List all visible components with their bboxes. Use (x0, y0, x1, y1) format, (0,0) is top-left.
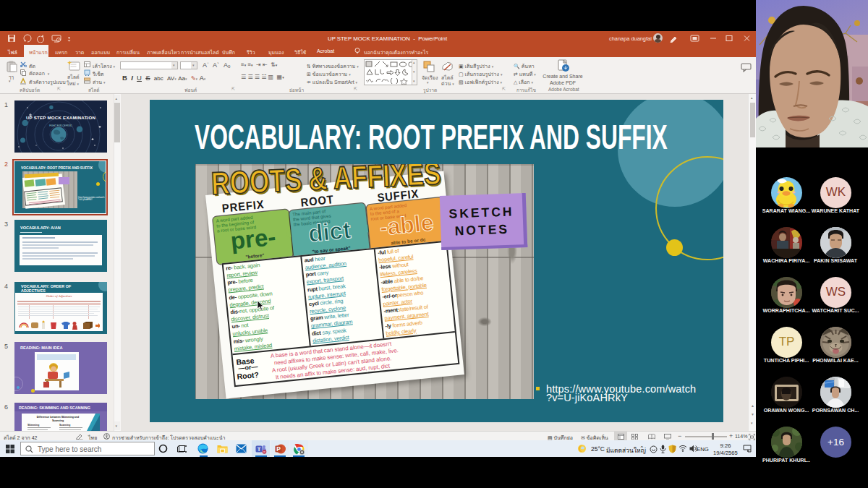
svg-text:T: T (258, 446, 261, 453)
svg-text:P: P (276, 445, 281, 453)
